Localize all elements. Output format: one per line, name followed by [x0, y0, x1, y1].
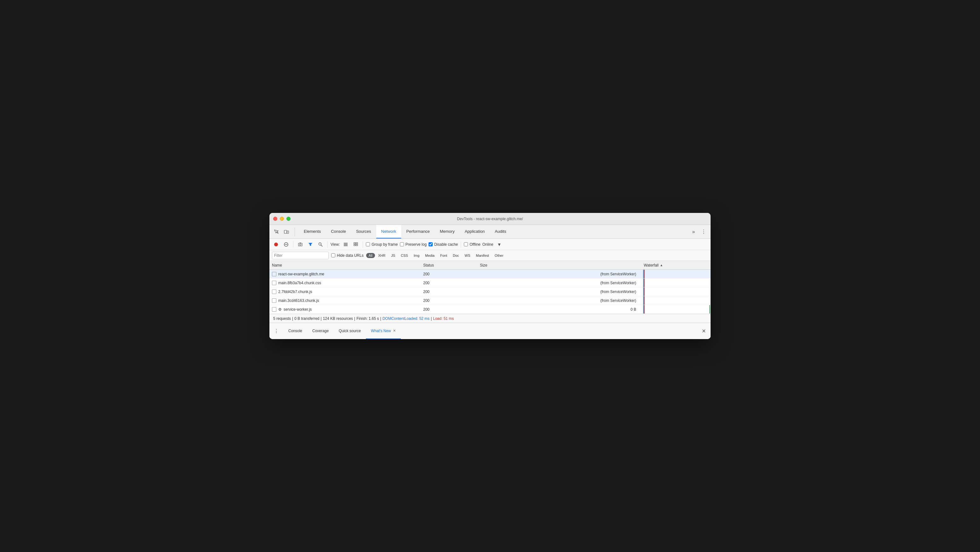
sep3: | — [354, 316, 355, 321]
row-status-cell: 200 — [421, 307, 477, 312]
camera-button[interactable] — [296, 240, 304, 249]
preserve-log-checkbox[interactable] — [400, 242, 404, 246]
drawer-menu-button[interactable]: ⋮ — [272, 327, 281, 336]
col-header-name[interactable]: Name — [269, 263, 421, 268]
filter-type-img[interactable]: Img — [411, 253, 422, 258]
nav-icons — [272, 227, 295, 236]
waterfall-bars — [642, 287, 710, 296]
col-header-status[interactable]: Status — [421, 263, 477, 268]
close-button[interactable] — [273, 217, 277, 221]
tab-elements[interactable]: Elements — [299, 225, 326, 238]
disable-cache-label[interactable]: Disable cache — [428, 242, 458, 247]
table-row[interactable]: main.8fb3a7b4.chunk.css 200 (from Servic… — [269, 279, 711, 287]
online-label: Online — [482, 242, 493, 247]
record-button[interactable] — [272, 240, 280, 249]
toolbar-sep-4 — [461, 241, 461, 247]
disable-cache-checkbox[interactable] — [428, 242, 433, 246]
throttle-dropdown[interactable]: ▼ — [495, 240, 503, 249]
tab-audits[interactable]: Audits — [490, 225, 511, 238]
maximize-button[interactable] — [286, 217, 291, 221]
waterfall-blue-line — [643, 279, 644, 287]
tab-memory[interactable]: Memory — [435, 225, 460, 238]
table-row[interactable]: 2.7fdd42b7.chunk.js 200 (from ServiceWor… — [269, 287, 711, 296]
tab-sources[interactable]: Sources — [351, 225, 376, 238]
waterfall-red-line — [644, 296, 645, 305]
traffic-lights — [273, 217, 291, 221]
drawer-tab-close-icon[interactable]: ✕ — [393, 329, 396, 333]
dom-content-loaded-link[interactable]: DOMContentLoaded: 52 ms — [383, 316, 430, 321]
waterfall-blue-line — [643, 305, 644, 314]
filter-type-manifest[interactable]: Manifest — [473, 253, 492, 258]
devtools-window: DevTools - react-sw-example.glitch.me/ — [269, 213, 711, 339]
table-row[interactable]: react-sw-example.glitch.me 200 (from Ser… — [269, 270, 711, 279]
col-header-size[interactable]: Size — [477, 263, 641, 268]
waterfall-bars — [642, 305, 710, 314]
view-label: View: — [331, 242, 340, 247]
drawer-tab-coverage[interactable]: Coverage — [307, 323, 334, 339]
filter-type-doc[interactable]: Doc — [450, 253, 461, 258]
drawer-tab-console[interactable]: Console — [283, 323, 307, 339]
search-button[interactable] — [317, 240, 325, 249]
table-body: react-sw-example.glitch.me 200 (from Ser… — [269, 270, 711, 314]
tab-application[interactable]: Application — [460, 225, 490, 238]
filter-type-all[interactable]: All — [366, 253, 375, 258]
waterfall-red-line — [644, 270, 645, 278]
row-waterfall-cell — [641, 296, 711, 305]
filter-types: All XHR JS CSS Img Media Font Doc WS Man… — [366, 253, 506, 258]
row-status-cell: 200 — [421, 298, 477, 303]
devtools-menu-button[interactable]: ⋮ — [699, 227, 708, 236]
offline-label[interactable]: Offline — [464, 242, 480, 247]
filter-button[interactable] — [306, 240, 315, 249]
svg-rect-5 — [298, 243, 302, 246]
row-name-cell: main.3cd46163.chunk.js — [269, 298, 421, 303]
waterfall-red-line — [644, 279, 645, 287]
table-row[interactable]: main.3cd46163.chunk.js 200 (from Service… — [269, 296, 711, 305]
filter-type-media[interactable]: Media — [423, 253, 437, 258]
load-link[interactable]: Load: 51 ms — [433, 316, 454, 321]
bottom-drawer: ⋮ Console Coverage Quick source What's N… — [269, 323, 711, 339]
nav-bar: Elements Console Sources Network Perform… — [269, 225, 711, 239]
waterfall-red-line — [644, 305, 645, 314]
waterfall-bars — [642, 279, 710, 287]
row-size-cell: (from ServiceWorker) — [477, 281, 641, 285]
group-by-frame-label[interactable]: Group by frame — [366, 242, 398, 247]
row-name-cell: 2.7fdd42b7.chunk.js — [269, 290, 421, 294]
filter-type-font[interactable]: Font — [438, 253, 450, 258]
drawer-tab-whats-new[interactable]: What's New ✕ — [366, 323, 401, 339]
row-status-cell: 200 — [421, 290, 477, 294]
file-icon — [272, 290, 276, 294]
device-toggle-icon[interactable] — [282, 227, 291, 236]
filter-type-css[interactable]: CSS — [398, 253, 410, 258]
group-view-button[interactable] — [352, 240, 360, 249]
tab-performance[interactable]: Performance — [401, 225, 434, 238]
clear-button[interactable] — [282, 240, 290, 249]
list-view-button[interactable] — [342, 240, 350, 249]
sep1: | — [292, 316, 293, 321]
drawer-close-button[interactable]: ✕ — [699, 327, 708, 336]
hide-data-urls-label[interactable]: Hide data URLs — [331, 253, 364, 258]
minimize-button[interactable] — [280, 217, 284, 221]
drawer-tab-quick-source[interactable]: Quick source — [334, 323, 366, 339]
row-size-cell: 0 B — [477, 307, 641, 312]
filter-type-js[interactable]: JS — [388, 253, 398, 258]
waterfall-green-line — [709, 305, 710, 314]
filter-input[interactable] — [272, 252, 329, 259]
waterfall-blue-line — [643, 287, 644, 296]
hide-data-urls-checkbox[interactable] — [331, 253, 335, 257]
filter-type-ws[interactable]: WS — [462, 253, 473, 258]
row-name-cell: ⚙ service-worker.js — [269, 307, 421, 312]
tab-console[interactable]: Console — [326, 225, 351, 238]
filter-type-xhr[interactable]: XHR — [375, 253, 388, 258]
more-tabs-button[interactable]: » — [689, 227, 698, 236]
filter-type-other[interactable]: Other — [492, 253, 506, 258]
offline-checkbox[interactable] — [464, 242, 468, 246]
row-name-cell: main.8fb3a7b4.chunk.css — [269, 281, 421, 285]
table-row[interactable]: ⚙ service-worker.js 200 0 B — [269, 305, 711, 314]
col-header-waterfall[interactable]: Waterfall ▲ — [641, 263, 711, 268]
preserve-log-label[interactable]: Preserve log — [400, 242, 427, 247]
group-by-frame-checkbox[interactable] — [366, 242, 370, 246]
tab-network[interactable]: Network — [376, 225, 401, 238]
row-size-cell: (from ServiceWorker) — [477, 290, 641, 294]
waterfall-bars — [642, 270, 710, 278]
inspect-icon[interactable] — [272, 227, 281, 236]
